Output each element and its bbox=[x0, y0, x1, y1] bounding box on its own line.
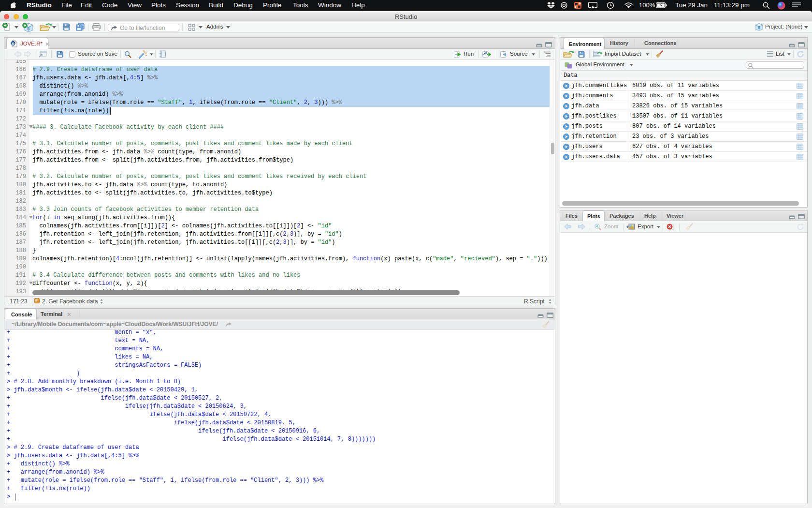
svg-text:R: R bbox=[27, 26, 30, 31]
svg-text:R: R bbox=[758, 26, 760, 30]
svg-text:R: R bbox=[12, 42, 14, 46]
